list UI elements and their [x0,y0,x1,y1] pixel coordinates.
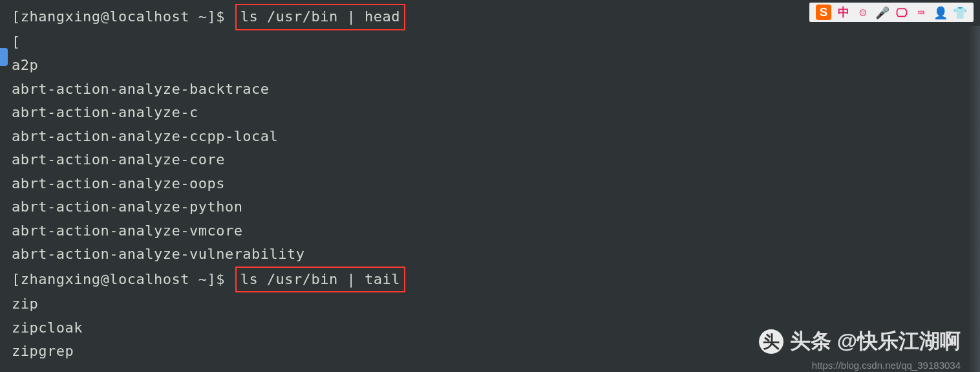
output-line: abrt-action-analyze-backtrace [12,78,980,102]
csdn-watermark: https://blog.csdn.net/qq_39183034 [812,360,961,371]
output-line: abrt-action-analyze-vulnerability [12,243,980,267]
skin-icon[interactable]: 👕 [953,5,967,19]
scrollbar-track[interactable] [968,26,980,372]
chinese-mode-icon[interactable]: 中 [836,5,851,19]
screen-icon[interactable]: 🖵 [895,5,909,19]
terminal-output[interactable]: [zhangxing@localhost ~]$ ls /usr/bin | h… [0,0,980,364]
output-line: abrt-action-analyze-oops [12,172,980,196]
command-highlight-1: ls /usr/bin | head [235,4,405,30]
shell-prompt: [zhangxing@localhost ~]$ [12,271,234,287]
user-icon[interactable]: 👤 [933,5,948,19]
toutiao-logo-icon: 头 [759,329,783,354]
output-line: [ [12,30,980,54]
prompt-line-2: [zhangxing@localhost ~]$ ls /usr/bin | t… [12,267,980,293]
watermark-text: 头条 @快乐江湖啊 [790,327,961,356]
output-line: abrt-action-analyze-python [12,195,980,219]
voice-input-icon[interactable]: 🎤 [875,5,889,19]
toutiao-watermark: 头 头条 @快乐江湖啊 [759,327,961,356]
window-edge-tab [0,48,8,66]
shell-prompt: [zhangxing@localhost ~]$ [12,8,234,25]
output-line: abrt-action-analyze-c [12,101,980,125]
output-line: abrt-action-analyze-core [12,148,980,172]
command-highlight-2: ls /usr/bin | tail [235,267,405,293]
output-line: a2p [12,54,980,78]
output-line: abrt-action-analyze-ccpp-local [12,125,980,149]
sogou-logo-icon[interactable]: S [816,5,831,20]
emoji-icon[interactable]: ☺ [856,5,870,19]
soft-keyboard-icon[interactable]: ⌨ [914,5,928,19]
output-line: zip [12,292,980,316]
ime-toolbar[interactable]: S 中 ☺ 🎤 🖵 ⌨ 👤 👕 [809,3,974,22]
output-line: abrt-action-analyze-vmcore [12,219,980,243]
